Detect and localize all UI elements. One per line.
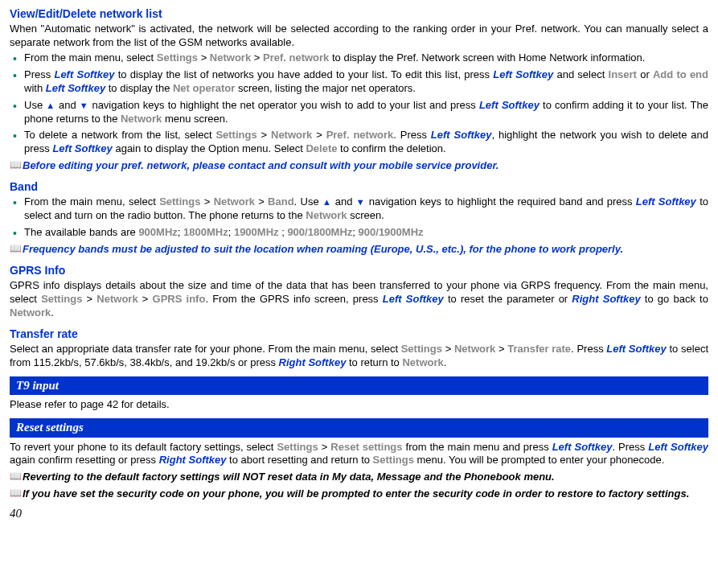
ved-bullet-1: From the main menu, select Settings > Ne… [24, 51, 708, 65]
band-bullets: From the main menu, select Settings > Ne… [10, 195, 708, 240]
ved-note-text: Before editing your pref. network, pleas… [23, 159, 498, 173]
ved-note: 📖 Before editing your pref. network, ple… [10, 159, 708, 173]
reset-note1-text: Reverting to the default factory setting… [23, 471, 555, 484]
book-icon: 📖 [10, 243, 23, 256]
ved-bullets: From the main menu, select Settings > Ne… [10, 51, 708, 156]
reset-note2-text: If you have set the security code on you… [23, 487, 689, 501]
reset-body: To revert your phone to its default fact… [10, 441, 708, 468]
page-number: 40 [10, 506, 708, 522]
heading-view-edit-delete: View/Edit/Delete network list [10, 6, 708, 21]
heading-transfer: Transfer rate [10, 327, 708, 341]
t9-body: Please refer to page 42 for details. [10, 398, 708, 412]
book-icon: 📖 [10, 487, 23, 500]
ved-bullet-2: Press Left Softkey to display the list o… [24, 68, 708, 96]
heading-band: Band [10, 179, 708, 194]
band-note: 📖 Frequency bands must be adjusted to su… [10, 243, 708, 257]
down-arrow-icon: ▼ [356, 197, 366, 207]
book-icon: 📖 [10, 159, 23, 172]
ved-bullet-4: To delete a network from the list, selec… [24, 129, 708, 156]
band-bullet-1: From the main menu, select Settings > Ne… [24, 195, 708, 223]
transfer-body: Select an appropriate data transfer rate… [10, 343, 708, 370]
up-arrow-icon: ▲ [322, 197, 332, 207]
reset-note2: 📖 If you have set the security code on y… [10, 487, 708, 501]
band-note-text: Frequency bands must be adjusted to suit… [23, 243, 623, 257]
reset-note1: 📖 Reverting to the default factory setti… [10, 471, 708, 484]
band-bullet-2: The available bands are 900MHz; 1800MHz;… [24, 226, 708, 240]
heading-gprs: GPRS Info [10, 263, 708, 278]
down-arrow-icon: ▼ [80, 101, 88, 110]
bar-reset: Reset settings [10, 418, 708, 438]
book-icon: 📖 [10, 471, 23, 483]
up-arrow-icon: ▲ [46, 101, 55, 110]
bar-t9: T9 input [10, 376, 708, 396]
gprs-body: GPRS info displays details about the siz… [10, 279, 708, 320]
intro-para: When "Automatic network" is activated, t… [10, 23, 708, 50]
ved-bullet-3: Use ▲ and ▼ navigation keys to highlight… [24, 99, 708, 126]
